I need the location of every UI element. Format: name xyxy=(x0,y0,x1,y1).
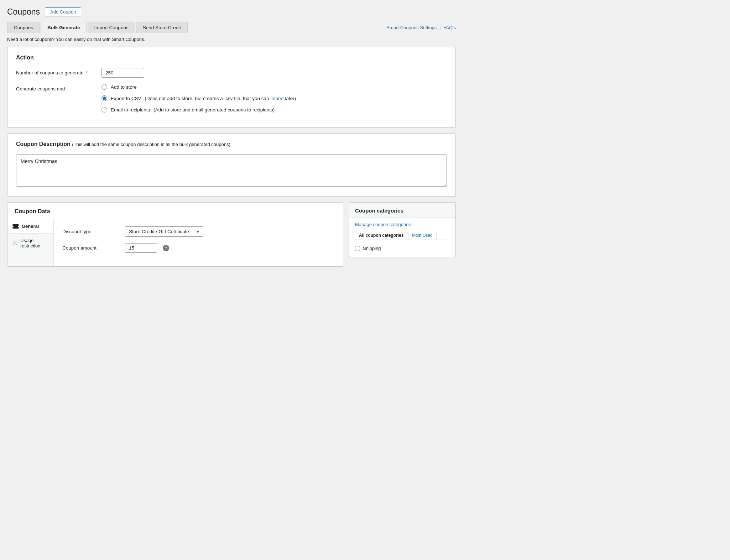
radio-add-to-store-input[interactable] xyxy=(101,84,107,90)
radio-email-recipients-input[interactable] xyxy=(101,107,107,112)
num-coupons-label: Number of coupons to generate * xyxy=(16,68,101,75)
generate-options-row: Generate coupons and Add to store Export… xyxy=(16,84,447,112)
discount-type-row: Discount type Store Credit / Gift Certif… xyxy=(62,226,334,237)
coupon-categories-card: Coupon categories Manage coupon categori… xyxy=(349,202,456,257)
page-subtitle: Need a lot of coupons? You can easily do… xyxy=(7,37,456,42)
coupon-data-card: Coupon Data General ☉ Usage restriction xyxy=(7,202,343,267)
description-textarea[interactable]: Merry Christmas! xyxy=(16,155,447,187)
description-card-title: Coupon Description (This will add the sa… xyxy=(16,141,447,147)
action-card: Action Number of coupons to generate * G… xyxy=(7,47,456,128)
radio-add-to-store: Add to store xyxy=(101,84,296,90)
tabs-left: Coupons Bulk Generate Import Coupons Sen… xyxy=(7,22,188,33)
page-header: Coupons Add Coupon xyxy=(7,7,456,17)
radio-export-csv: Export to CSV (Does not add to store, bu… xyxy=(101,95,296,101)
radio-email-recipients: Email to recipients (Add to store and em… xyxy=(101,107,296,112)
coupon-amount-input[interactable] xyxy=(125,243,157,253)
tabs-row: Coupons Bulk Generate Import Coupons Sen… xyxy=(7,22,456,33)
coupon-amount-row: Coupon amount ? xyxy=(62,243,334,253)
coupon-data-sidebar: General ☉ Usage restriction xyxy=(7,219,54,266)
email-recipients-note: (Add to store and email generated coupon… xyxy=(153,107,275,112)
num-coupons-row: Number of coupons to generate * xyxy=(16,68,447,78)
discount-type-select-wrap: Store Credit / Gift Certificate Percenta… xyxy=(125,226,203,237)
radio-add-to-store-label[interactable]: Add to store xyxy=(111,84,137,90)
bottom-row: Coupon Data General ☉ Usage restriction xyxy=(7,202,456,267)
tabs-right: Smart Coupons Settings | FAQ's xyxy=(386,25,456,30)
categories-body: Manage coupon categories All coupon cate… xyxy=(349,218,455,257)
coupon-amount-label: Coupon amount xyxy=(62,245,119,251)
help-icon: ? xyxy=(163,245,169,251)
radio-email-recipients-label[interactable]: Email to recipients xyxy=(111,107,150,112)
radio-export-csv-label[interactable]: Export to CSV xyxy=(111,96,141,101)
ticket-icon xyxy=(12,224,19,229)
required-asterisk: * xyxy=(84,70,88,75)
cat-tab-most-used[interactable]: Most Used xyxy=(408,231,436,240)
discount-type-select[interactable]: Store Credit / Gift Certificate Percenta… xyxy=(125,226,203,237)
cat-tab-all[interactable]: All coupon categories xyxy=(355,231,407,240)
tab-bulk-generate[interactable]: Bulk Generate xyxy=(41,22,87,33)
tab-coupons[interactable]: Coupons xyxy=(7,22,40,33)
smart-coupons-settings-link[interactable]: Smart Coupons Settings xyxy=(386,25,437,30)
sidebar-general-label: General xyxy=(22,224,39,229)
export-csv-note: (Does not add to store, but creates a .c… xyxy=(145,96,296,101)
import-link[interactable]: import xyxy=(270,96,284,101)
categories-title: Coupon categories xyxy=(349,203,455,218)
description-card: Coupon Description (This will add the sa… xyxy=(7,134,456,197)
category-tabs: All coupon categories Most Used xyxy=(355,231,450,240)
cat-shipping-label[interactable]: Shipping xyxy=(363,246,381,251)
page-title: Coupons xyxy=(7,7,40,17)
radio-group: Add to store Export to CSV (Does not add… xyxy=(101,84,296,112)
cat-shipping-checkbox[interactable] xyxy=(355,246,360,251)
discount-type-label: Discount type xyxy=(62,229,119,234)
description-card-subtitle: (This will add the same coupon descripti… xyxy=(72,142,230,147)
cat-item-shipping: Shipping xyxy=(355,244,450,252)
sidebar-usage-label: Usage restriction xyxy=(20,238,48,248)
generate-label: Generate coupons and xyxy=(16,84,101,91)
sidebar-item-usage-restriction[interactable]: ☉ Usage restriction xyxy=(7,234,53,253)
radio-export-csv-input[interactable] xyxy=(101,95,107,101)
coupon-data-title: Coupon Data xyxy=(7,203,343,219)
num-coupons-input[interactable] xyxy=(101,68,144,78)
coupon-data-content: Discount type Store Credit / Gift Certif… xyxy=(54,219,343,266)
check-circle-icon: ☉ xyxy=(12,240,17,247)
tab-send-store-credit[interactable]: Send Store Credit xyxy=(136,22,188,33)
faq-link[interactable]: FAQ's xyxy=(443,25,456,30)
sidebar-item-general[interactable]: General xyxy=(7,219,53,234)
add-coupon-button[interactable]: Add Coupon xyxy=(45,7,81,16)
tab-import-coupons[interactable]: Import Coupons xyxy=(88,22,135,33)
separator: | xyxy=(439,25,440,30)
manage-categories-link[interactable]: Manage coupon categories xyxy=(355,222,450,227)
action-card-title: Action xyxy=(16,54,447,61)
coupon-data-body: General ☉ Usage restriction Discount typ… xyxy=(7,219,343,266)
